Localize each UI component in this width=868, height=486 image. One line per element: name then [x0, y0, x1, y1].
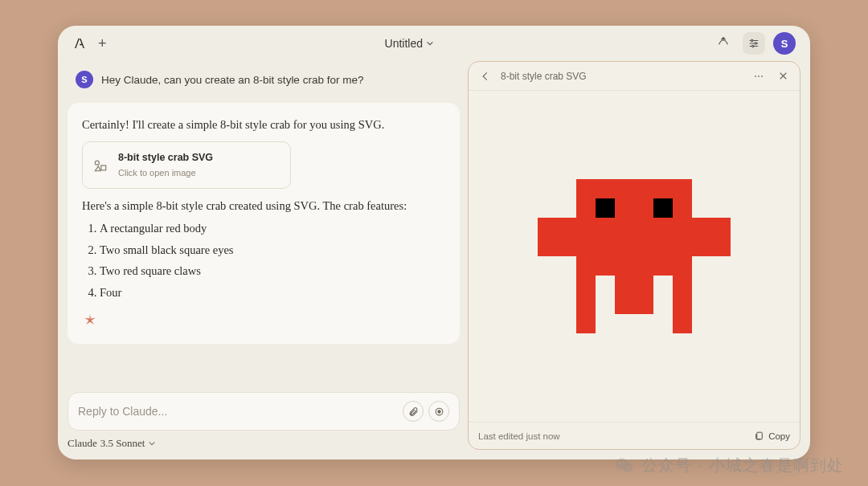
- model-family: Claude: [68, 437, 97, 450]
- user-message: S Hey Claude, can you create an 8-bit st…: [68, 64, 460, 95]
- chat-column: S Hey Claude, can you create an 8-bit st…: [68, 61, 460, 450]
- assistant-message: Certainly! I'll create a simple 8-bit st…: [68, 103, 460, 344]
- assistant-followup: Here's a simple 8-bit style crab created…: [82, 197, 445, 214]
- generating-spark-icon: [82, 312, 445, 333]
- chevron-down-icon: [148, 439, 156, 447]
- artifact-footer: Last edited just now Copy: [469, 422, 800, 449]
- svg-rect-11: [615, 276, 634, 314]
- user-message-avatar: S: [76, 71, 93, 88]
- svg-point-3: [95, 161, 99, 165]
- user-avatar[interactable]: S: [773, 32, 796, 55]
- svg-rect-7: [576, 179, 692, 276]
- artifact-title: 8-bit style crab SVG: [501, 71, 587, 82]
- feature-list: A rectangular red body Two small black s…: [100, 219, 445, 301]
- artifact-status: Last edited just now: [478, 431, 560, 441]
- svg-point-20: [623, 462, 624, 464]
- clipboard-icon: [754, 431, 764, 441]
- conversation-title-text: Untitled: [385, 37, 423, 50]
- shapes-icon: [92, 157, 108, 174]
- svg-rect-8: [538, 218, 576, 256]
- svg-point-1: [755, 43, 756, 44]
- send-target-button[interactable]: [428, 401, 449, 422]
- share-button[interactable]: [712, 32, 735, 55]
- artifact-link-card[interactable]: 8-bit style crab SVG Click to open image: [82, 141, 291, 188]
- user-message-text: Hey Claude, can you create an 8-bit styl…: [101, 74, 363, 86]
- wechat-icon: [614, 455, 635, 476]
- composer-area: Claude 3.5 Sonnet: [68, 384, 460, 450]
- svg-rect-14: [596, 198, 615, 218]
- artifact-panel: 8-bit style crab SVG ⋯: [468, 61, 800, 450]
- artifact-body: [469, 91, 800, 422]
- copy-label: Copy: [768, 431, 790, 441]
- svg-point-18: [623, 463, 633, 472]
- app-window: + Untitled S S Hey Claude, can you creat…: [58, 26, 810, 459]
- svg-rect-4: [101, 165, 106, 170]
- watermark-text: 小城之春是啊到处: [709, 455, 844, 476]
- attach-button[interactable]: [403, 401, 424, 422]
- svg-point-0: [751, 39, 753, 41]
- svg-rect-12: [634, 276, 653, 314]
- crab-image: [514, 160, 755, 353]
- list-item: Two red square claws: [100, 262, 445, 280]
- watermark-prefix: 公众号 ·: [641, 455, 702, 476]
- watermark: 公众号 · 小城之春是啊到处: [614, 455, 844, 476]
- conversation-title[interactable]: Untitled: [107, 37, 712, 50]
- artifact-header: 8-bit style crab SVG ⋯: [469, 62, 800, 91]
- artifact-card-title: 8-bit style crab SVG: [118, 150, 213, 165]
- chevron-down-icon: [426, 39, 434, 47]
- anthropic-logo-icon: [72, 36, 87, 51]
- svg-rect-15: [653, 198, 673, 218]
- reply-input[interactable]: [78, 405, 398, 418]
- copy-button[interactable]: Copy: [754, 431, 790, 441]
- artifact-close-button[interactable]: [774, 67, 792, 85]
- list-item: Four: [100, 284, 445, 301]
- artifact-card-subtitle: Click to open image: [118, 166, 213, 180]
- svg-rect-9: [692, 218, 731, 256]
- svg-point-2: [752, 45, 754, 47]
- new-chat-button[interactable]: +: [98, 35, 107, 52]
- model-name: 3.5 Sonnet: [100, 437, 145, 450]
- svg-point-21: [625, 466, 627, 468]
- artifact-more-button[interactable]: ⋯: [750, 67, 768, 85]
- svg-point-19: [619, 462, 620, 464]
- composer[interactable]: [68, 392, 460, 431]
- assistant-intro: Certainly! I'll create a simple 8-bit st…: [82, 116, 445, 133]
- svg-point-6: [437, 410, 440, 412]
- svg-rect-10: [576, 276, 596, 333]
- model-selector[interactable]: Claude 3.5 Sonnet: [68, 437, 460, 450]
- artifact-back-button[interactable]: [477, 67, 494, 85]
- svg-rect-13: [673, 276, 692, 333]
- list-item: Two small black square eyes: [100, 241, 445, 259]
- titlebar: + Untitled S: [58, 26, 810, 61]
- svg-point-22: [629, 466, 631, 468]
- svg-rect-16: [757, 432, 763, 439]
- list-item: A rectangular red body: [100, 219, 445, 237]
- settings-button[interactable]: [743, 32, 765, 55]
